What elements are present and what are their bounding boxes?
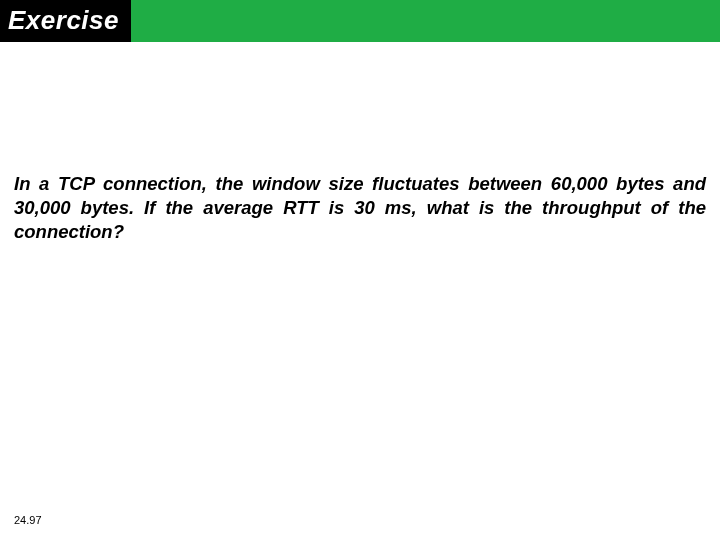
title-tab: Exercise bbox=[0, 0, 131, 42]
content-area: In a TCP connection, the window size flu… bbox=[14, 172, 706, 244]
exercise-question: In a TCP connection, the window size flu… bbox=[14, 172, 706, 244]
slide-title: Exercise bbox=[8, 5, 119, 35]
page-number: 24.97 bbox=[14, 514, 42, 526]
header-bar: Exercise bbox=[0, 0, 720, 42]
